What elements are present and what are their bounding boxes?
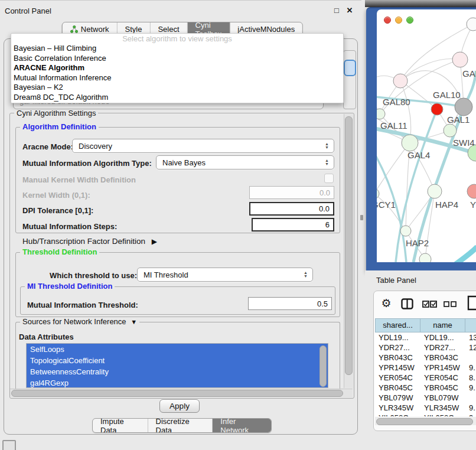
node-label: Y [470, 200, 476, 210]
mi-steps-label: Mutual Information Steps: [22, 222, 117, 231]
table-rows: YDL19...YDL19...13 YDR27...YDR27...12 YB… [375, 332, 476, 416]
sources-toggle[interactable]: Sources for Network Inference ▼ [20, 318, 139, 326]
node-label: GAL4 [407, 150, 430, 160]
collapsed-panel-icon[interactable] [2, 440, 16, 450]
app-toolbar-edge [365, 0, 476, 7]
kernel-width-label: Kernel Width (0,1): [22, 191, 90, 200]
network-icon [70, 25, 78, 33]
manual-kernel-checkbox[interactable] [324, 174, 334, 183]
threshold-definition-title: Threshold Definition [20, 248, 99, 256]
mi-threshold-field[interactable] [248, 297, 332, 310]
table-panel-body: ⚙ [373, 291, 476, 431]
column-header-shared-name[interactable]: shared... [375, 318, 420, 332]
aracne-mode-combo[interactable]: Discovery ▲▼ [72, 139, 334, 153]
float-panel-icon[interactable]: □ [332, 5, 341, 15]
list-item[interactable]: TopologicalCoefficient [27, 355, 328, 366]
mi-type-combo[interactable]: Naive Bayes ▲▼ [156, 155, 334, 169]
cyni-bottom-tabbar: Impute Data Discretize Data Infer Networ… [92, 418, 272, 433]
algorithm-option-selected[interactable]: ARACNE Algorithm [11, 63, 343, 73]
table-row[interactable]: YBR043CYBR043C [375, 353, 476, 363]
tab-discretize-data[interactable]: Discretize Data [148, 419, 213, 432]
tab-label: Network [81, 25, 109, 34]
table-row[interactable]: YIL052CYIL052C9 [375, 413, 476, 416]
which-threshold-combo[interactable]: MI Threshold ▲▼ [137, 268, 313, 282]
sources-title: Sources for Network Inference [22, 317, 126, 326]
node-label: HAP2 [406, 238, 429, 248]
node-label: HAP4 [435, 200, 458, 210]
select-all-columns-icon[interactable] [422, 300, 437, 308]
hub-definition-label: Hub/Transcription Factor Definition [22, 237, 145, 246]
algorithm-definition-title: Algorithm Definition [20, 123, 99, 131]
column-header-cut[interactable] [465, 318, 476, 332]
table-row[interactable]: YPR145WYPR145W9. [375, 363, 476, 373]
column-header-name[interactable]: name [420, 318, 465, 332]
list-item[interactable]: SelfLoops [27, 344, 328, 355]
hub-definition-toggle[interactable]: Hub/Transcription Factor Definition ▶ [22, 237, 157, 246]
hidden-group-fragment [343, 50, 356, 109]
kernel-width-field[interactable] [249, 186, 334, 199]
table-panel: Table Panel ⚙ [365, 270, 476, 450]
table-row[interactable]: YBL079WYBL079W [375, 393, 476, 403]
control-panel: Control Panel □ ✕ Network Style Select [0, 0, 361, 450]
export-table-icon[interactable] [467, 295, 476, 311]
node-label: GAL10 [433, 90, 461, 100]
data-attributes-label: Data Attributes [19, 332, 74, 341]
combo-spinner-icon: ▲▼ [325, 159, 329, 166]
node-label: GAL [462, 69, 476, 79]
table-row[interactable]: YLR345WYLR345W9. [375, 403, 476, 413]
table-row[interactable]: YBR045CYBR045C9. [375, 383, 476, 393]
collapse-down-icon: ▼ [131, 318, 137, 325]
combo-spinner-icon: ▲▼ [325, 142, 329, 149]
deselect-all-columns-icon[interactable] [443, 301, 457, 307]
mi-threshold-label: Mutual Information Threshold: [27, 301, 138, 309]
mi-threshold-title: MI Threshold Definition [25, 282, 115, 291]
columns-icon[interactable] [400, 298, 413, 309]
mi-steps-field[interactable] [252, 218, 334, 231]
list-item[interactable]: gal4RGexp [27, 377, 328, 388]
network-canvas[interactable]: GAL GAL80 GAL10 GAL11 GAL1 SWI4 GAL4 GCY… [377, 9, 476, 262]
which-threshold-value: MI Threshold [144, 270, 188, 279]
network-graph [377, 9, 476, 262]
algorithm-option[interactable]: Basic Correlation Inference [11, 54, 343, 64]
algorithm-option[interactable]: Mutual Information Inference [11, 73, 343, 83]
algorithm-placeholder: Select algorithm to view settings [11, 34, 343, 44]
table-hscrollbar[interactable] [376, 418, 473, 425]
node-label: GAL11 [380, 120, 407, 131]
apply-button[interactable]: Apply [159, 399, 200, 413]
algorithm-dropdown-popup: Select algorithm to view settings Bayesi… [11, 33, 344, 103]
node-label: SWI4 [453, 138, 475, 148]
algorithm-option[interactable]: Dream8 DC_TDC Algorithm [11, 93, 343, 103]
node-label: GCY1 [377, 200, 396, 210]
node-label: GAL80 [383, 97, 410, 107]
tab-impute-data[interactable]: Impute Data [93, 419, 148, 432]
mi-type-label: Mutual Information Algorithm Type: [22, 159, 152, 168]
aracne-mode-label: Aracne Mode: [22, 142, 73, 151]
node-label: GAL1 [447, 115, 470, 125]
combo-spinner-icon: ▲▼ [304, 271, 308, 278]
tab-infer-network[interactable]: Infer Network [213, 419, 271, 432]
network-window-frame[interactable]: GAL GAL80 GAL10 GAL11 GAL1 SWI4 GAL4 GCY… [366, 7, 476, 272]
cyni-settings-title: Cyni Algorithm Settings [14, 109, 98, 118]
which-threshold-label: Which threshold to use: [50, 271, 137, 280]
table-row[interactable]: YDR27...YDR27...12 [375, 343, 476, 353]
list-item[interactable]: BetweennessCentrality [27, 366, 328, 377]
table-panel-title: Table Panel [376, 276, 416, 285]
close-panel-icon[interactable]: ✕ [345, 5, 354, 15]
table-settings-button[interactable]: ⚙ [380, 296, 393, 310]
list-scrollbar[interactable] [319, 345, 327, 387]
algorithm-option[interactable]: Bayesian – K2 [11, 83, 343, 93]
manual-kernel-label: Manual Kernel Width Definition [22, 175, 136, 184]
screen: Control Panel □ ✕ Network Style Select [0, 0, 476, 450]
table-row[interactable]: YER054CYER054C8. [375, 373, 476, 383]
divider-grip-icon[interactable] [360, 215, 363, 220]
expand-right-icon: ▶ [152, 237, 157, 246]
algorithm-option[interactable]: Bayesian – Hill Climbing [11, 44, 343, 54]
dpi-tolerance-label: DPI Tolerance [0,1]: [22, 206, 93, 215]
table-row[interactable]: YDL19...YDL19...13 [375, 332, 476, 343]
data-attributes-list: SelfLoops TopologicalCoefficient Between… [26, 343, 328, 388]
settings-vscrollbar[interactable] [345, 116, 353, 375]
dpi-tolerance-field[interactable] [249, 202, 334, 216]
control-panel-title: Control Panel [5, 6, 51, 15]
settings-hscrollbar[interactable] [11, 390, 343, 397]
hidden-combo-focus-fragment [344, 60, 356, 76]
